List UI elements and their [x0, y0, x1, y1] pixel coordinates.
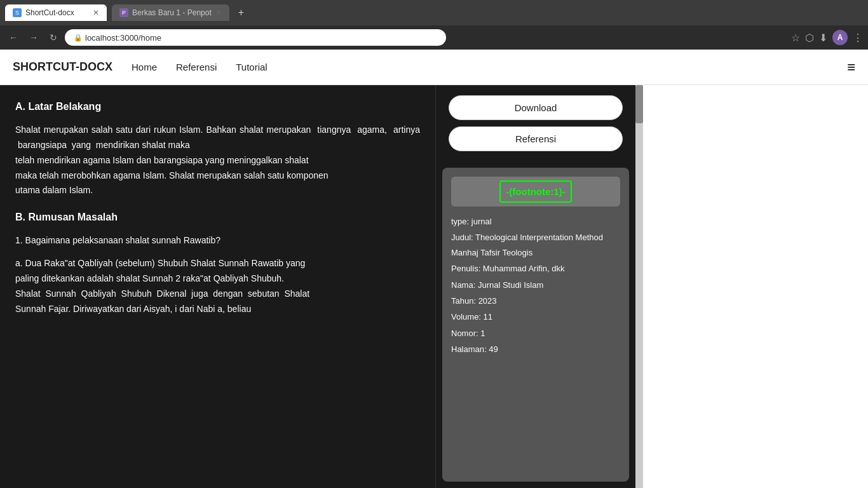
section-a-heading: A. Latar Belakang [15, 98, 420, 115]
scroll-thumb[interactable] [635, 85, 643, 123]
right-panel: Download Referensi -(footnote:1)- type: … [435, 85, 635, 488]
main-content: A. Latar Belakang Shalat merupakan salah… [0, 85, 868, 488]
download-icon[interactable]: ⬇ [819, 32, 827, 44]
tab-label-shortcut: ShortCut-docx [25, 8, 74, 17]
new-tab-button[interactable]: + [234, 7, 248, 18]
footnote-nomor: Nomor: 1 [451, 326, 620, 341]
footnote-nama: Nama: Jurnal Studi Islam [451, 278, 620, 292]
tab-shortcut[interactable]: S ShortCut-docx ✕ [5, 4, 107, 21]
section-b-paragraph-2: a. Dua Raka"at Qabliyah (sebelum) Shubuh… [15, 256, 420, 316]
tab-close-shortcut[interactable]: ✕ [93, 8, 99, 17]
right-scrollbar[interactable] [635, 85, 643, 488]
button-section: Download Referensi [436, 85, 635, 161]
footnote-judul: Judul: Theological Interprentation Metho… [451, 230, 620, 260]
download-button[interactable]: Download [449, 95, 623, 120]
address-text: localhost:3000/home [85, 33, 161, 43]
browser-chrome: S ShortCut-docx ✕ P Berkas Baru 1 - Penp… [0, 0, 868, 25]
footnote-halaman: Halaman: 49 [451, 342, 620, 356]
app-header: SHORTCUT-DOCX Home Referensi Tutorial ≡ [0, 50, 868, 85]
tab-label-penpot: Berkas Baru 1 - Penpot [132, 8, 212, 17]
refresh-button[interactable]: ↻ [46, 30, 61, 45]
nav-referensi[interactable]: Referensi [176, 62, 217, 72]
avatar[interactable]: A [832, 30, 848, 45]
tab-close-penpot[interactable]: ✕ [215, 8, 222, 17]
tab-penpot[interactable]: P Berkas Baru 1 - Penpot ✕ [112, 4, 229, 21]
section-b-paragraph-1: 1. Bagaimana pelaksanaan shalat sunnah R… [15, 233, 420, 248]
footnote-title: -(footnote:1)- [499, 180, 571, 203]
lock-icon: 🔒 [74, 34, 83, 42]
section-b-heading: B. Rumusan Masalah [15, 208, 420, 226]
footnote-penulis: Penulis: Muhammad Arifin, dkk [451, 261, 620, 276]
menu-icon[interactable]: ⋮ [853, 32, 863, 44]
nav-tutorial[interactable]: Tutorial [236, 62, 267, 72]
app-title: SHORTCUT-DOCX [13, 60, 112, 74]
footnote-header: -(footnote:1)- [451, 177, 620, 207]
address-input[interactable]: 🔒 localhost:3000/home [65, 29, 446, 46]
referensi-button[interactable]: Referensi [449, 126, 623, 151]
extension-icon[interactable]: ⬡ [805, 32, 814, 44]
nav-home[interactable]: Home [132, 62, 157, 72]
address-bar: ← → ↻ 🔒 localhost:3000/home ☆ ⬡ ⬇ A ⋮ [0, 25, 868, 50]
hamburger-menu[interactable]: ≡ [847, 60, 855, 74]
back-button[interactable]: ← [5, 30, 22, 45]
footnote-type: type: jurnal [451, 214, 620, 229]
footnote-tahun: Tahun: 2023 [451, 294, 620, 308]
forward-button[interactable]: → [25, 30, 42, 45]
tab-favicon-shortcut: S [13, 8, 22, 17]
star-icon[interactable]: ☆ [791, 32, 800, 44]
toolbar-icons: ☆ ⬡ ⬇ A ⋮ [791, 30, 863, 45]
footnote-card: -(footnote:1)- type: jurnal Judul: Theol… [442, 168, 629, 482]
footnote-volume: Volume: 11 [451, 309, 620, 324]
section-a-paragraph-1: Shalat merupakan salah satu dari rukun I… [15, 123, 420, 198]
tab-favicon-penpot: P [119, 8, 128, 17]
document-area[interactable]: A. Latar Belakang Shalat merupakan salah… [0, 85, 435, 488]
app-nav: Home Referensi Tutorial [132, 62, 847, 72]
